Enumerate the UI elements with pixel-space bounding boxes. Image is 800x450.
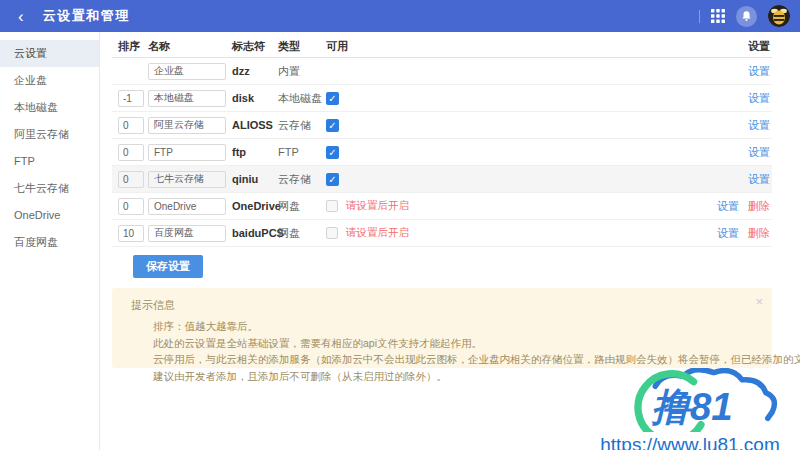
available-checkbox[interactable] xyxy=(326,200,338,212)
col-available: 可用 xyxy=(326,39,700,54)
identifier-cell: OneDrive xyxy=(232,200,278,212)
col-settings: 设置 xyxy=(700,39,772,54)
sort-input[interactable] xyxy=(118,117,144,134)
type-cell: FTP xyxy=(278,146,326,158)
sidebar-item-enterprise-disk[interactable]: 企业盘 xyxy=(0,67,99,94)
settings-link[interactable]: 设置 xyxy=(748,119,770,131)
available-checkbox[interactable]: ✓ xyxy=(326,173,339,186)
col-sort: 排序 xyxy=(112,39,148,54)
table-row: dzz 内置 设置 xyxy=(112,58,772,85)
sidebar-item-onedrive[interactable]: OneDrive xyxy=(0,202,99,229)
settings-link[interactable]: 设置 xyxy=(717,200,739,212)
type-cell: 云存储 xyxy=(278,172,326,187)
available-checkbox[interactable]: ✓ xyxy=(326,146,339,159)
cloud-table: 排序 名称 标志符 类型 可用 设置 dzz 内置 设置 disk xyxy=(112,36,772,278)
table-row: baiduPCS 网盘 请设置后开启 设置删除 xyxy=(112,220,772,247)
topbar-actions xyxy=(699,0,790,32)
main-content: 排序 名称 标志符 类型 可用 设置 dzz 内置 设置 disk xyxy=(101,32,800,450)
user-avatar[interactable] xyxy=(768,5,790,27)
sidebar-item-ftp[interactable]: FTP xyxy=(0,148,99,175)
notice-line: 排序：值越大越靠后。 xyxy=(153,318,772,335)
settings-link[interactable]: 设置 xyxy=(717,227,739,239)
sidebar: 云设置 企业盘 本地磁盘 阿里云存储 FTP 七牛云存储 OneDrive 百度… xyxy=(0,32,100,450)
sidebar-item-cloud-settings[interactable]: 云设置 xyxy=(0,40,99,67)
name-input[interactable] xyxy=(148,117,226,134)
page-title: 云设置和管理 xyxy=(43,7,130,25)
notice-line: 云停用后，与此云相关的添加服务（如添加云中不会出现此云图标，企业盘内相关的存储位… xyxy=(153,351,772,368)
type-cell: 网盘 xyxy=(278,226,326,241)
close-icon[interactable]: × xyxy=(755,295,763,308)
notice-box: 提示信息 × 排序：值越大越靠后。 此处的云设置是全站基础设置，需要有相应的ap… xyxy=(112,288,772,368)
settings-link[interactable]: 设置 xyxy=(748,65,770,77)
table-row: ftp FTP ✓ 设置 xyxy=(112,139,772,166)
notice-line: 此处的云设置是全站基础设置，需要有相应的api文件支持才能起作用。 xyxy=(153,335,772,352)
table-row: qiniu 云存储 ✓ 设置 xyxy=(112,166,772,193)
notification-bell-icon[interactable] xyxy=(736,6,757,27)
sort-input[interactable] xyxy=(118,225,144,242)
identifier-cell: ALIOSS xyxy=(232,119,278,131)
delete-link[interactable]: 删除 xyxy=(748,227,770,239)
sort-input[interactable] xyxy=(118,198,144,215)
sort-input[interactable] xyxy=(118,171,144,188)
sidebar-item-qiniu[interactable]: 七牛云存储 xyxy=(0,175,99,202)
pending-note: 请设置后开启 xyxy=(346,199,409,213)
col-name: 名称 xyxy=(148,39,232,54)
identifier-cell: qiniu xyxy=(232,173,278,185)
name-input[interactable] xyxy=(148,198,226,215)
type-cell: 云存储 xyxy=(278,118,326,133)
sidebar-item-local-disk[interactable]: 本地磁盘 xyxy=(0,94,99,121)
identifier-cell: disk xyxy=(232,92,278,104)
site-url[interactable]: https://www.lu81.com xyxy=(584,434,796,450)
pending-note: 请设置后开启 xyxy=(346,226,409,240)
site-logo: 撸81 https://www.lu81.com xyxy=(584,368,796,450)
sidebar-item-baidu[interactable]: 百度网盘 xyxy=(0,229,99,256)
available-checkbox[interactable]: ✓ xyxy=(326,119,339,132)
sort-input[interactable] xyxy=(118,144,144,161)
type-cell: 内置 xyxy=(278,64,326,79)
table-header-row: 排序 名称 标志符 类型 可用 设置 xyxy=(112,36,772,58)
name-input[interactable] xyxy=(148,90,226,107)
back-icon[interactable]: ‹ xyxy=(18,8,24,25)
table-row: ALIOSS 云存储 ✓ 设置 xyxy=(112,112,772,139)
cloud-logo-icon: 撸81 xyxy=(590,368,790,432)
save-settings-button[interactable]: 保存设置 xyxy=(133,255,203,278)
sidebar-item-alioss[interactable]: 阿里云存储 xyxy=(0,121,99,148)
identifier-cell: baiduPCS xyxy=(232,227,278,239)
logo-text: 撸81 xyxy=(652,385,733,428)
type-cell: 网盘 xyxy=(278,199,326,214)
settings-link[interactable]: 设置 xyxy=(748,173,770,185)
notice-title: 提示信息 xyxy=(131,298,772,313)
name-input[interactable] xyxy=(148,171,226,188)
topbar-divider xyxy=(699,10,700,23)
col-type: 类型 xyxy=(278,39,326,54)
identifier-cell: ftp xyxy=(232,146,278,158)
col-identifier: 标志符 xyxy=(232,39,278,54)
top-bar: ‹ 云设置和管理 xyxy=(0,0,800,32)
available-checkbox[interactable] xyxy=(326,227,338,239)
table-row: OneDrive 网盘 请设置后开启 设置删除 xyxy=(112,193,772,220)
identifier-cell: dzz xyxy=(232,65,278,77)
name-input[interactable] xyxy=(148,225,226,242)
available-checkbox[interactable]: ✓ xyxy=(326,92,339,105)
name-input[interactable] xyxy=(148,144,226,161)
settings-link[interactable]: 设置 xyxy=(748,146,770,158)
settings-link[interactable]: 设置 xyxy=(748,92,770,104)
sort-input[interactable] xyxy=(118,90,144,107)
delete-link[interactable]: 删除 xyxy=(748,200,770,212)
table-row: disk 本地磁盘 ✓ 设置 xyxy=(112,85,772,112)
type-cell: 本地磁盘 xyxy=(278,91,326,106)
apps-grid-icon[interactable] xyxy=(711,9,725,23)
name-input[interactable] xyxy=(148,63,226,80)
app-root: ‹ 云设置和管理 xyxy=(0,0,800,450)
